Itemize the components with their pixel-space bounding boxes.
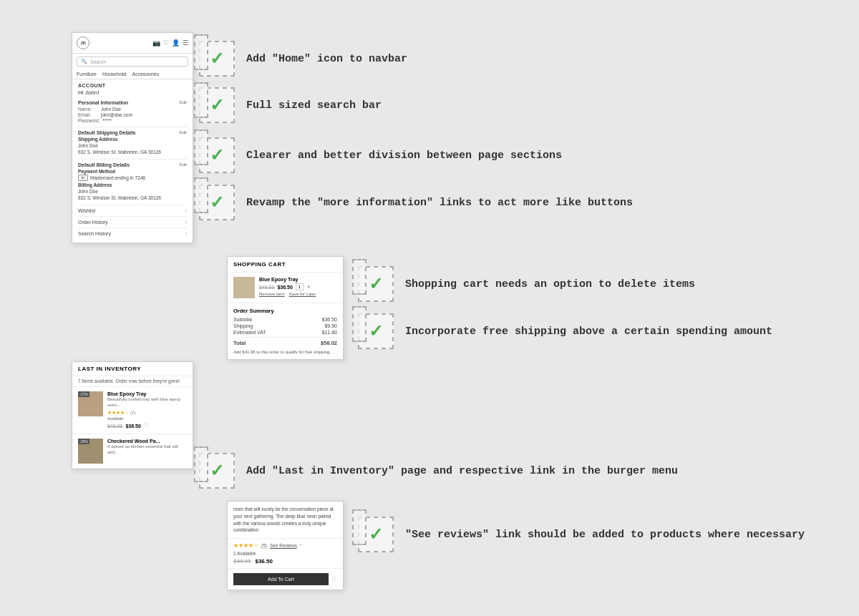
check-label-check7: Add "Last in Inventory" page and respect… (246, 465, 678, 477)
cart-item-prices: $49.99 $36.50 1 ▼ (259, 283, 337, 290)
nav-furniture: Furniture (77, 72, 97, 77)
checkmark-check6: ✓ (369, 321, 383, 341)
nav-household: Household (102, 72, 126, 77)
cart-summary: Order Summary Subtotal $36.50 Shipping $… (228, 303, 343, 359)
discount-badge-1: -27% (78, 391, 89, 397)
cart-item-image (233, 277, 255, 298)
cart-subtotal-value: $36.50 (322, 317, 337, 322)
checkmark-check1: ✓ (210, 49, 224, 69)
checkmark-check2: ✓ (210, 95, 224, 115)
billing-address: John Doe 632 S. Windsor St. Mabreton, GA… (78, 188, 187, 201)
billing-edit: Edit (180, 162, 187, 167)
check-label-check4: Revamp the "more information" links to a… (246, 197, 633, 209)
annotation-box-2 (194, 82, 208, 118)
personal-info-section: Personal Information Edit Name: John Doe… (78, 100, 187, 123)
personal-info-title: Personal Information (78, 100, 128, 105)
inventory-item-1: -27% Blue Epoxy Tray Beautifully crafted… (72, 387, 193, 434)
account-nav-icons: 📷 ♡ 👤 ☰ (152, 39, 188, 47)
save-for-later-link[interactable]: Save for Later (289, 292, 316, 296)
product-heart-icon[interactable]: ♡ (331, 576, 337, 583)
chevron-wishlist: › (185, 208, 187, 213)
product-old-price: $49.99 (233, 558, 251, 564)
account-body: ACCOUNT Hi John! Personal Information Ed… (72, 79, 193, 243)
billing-header: Default Billing Details Edit (78, 162, 187, 167)
inventory-item-2-name: Checkered Wood Pa... (107, 439, 187, 444)
product-meta: ★★★★☆ (5) See Reviews * 1 Available $49.… (228, 539, 343, 569)
check-item-check4: ✓Revamp the "more information" links to … (199, 185, 633, 220)
search-icon: 🔍 (81, 59, 87, 64)
annotation-box-6 (352, 306, 367, 342)
cart-new-price: $36.50 (277, 285, 292, 290)
inventory-item-2-desc: A spiced up kitchen essential that will … (107, 444, 187, 456)
personal-info-header: Personal Information Edit (78, 100, 187, 105)
inv-new-price-1: $36.50 (125, 424, 140, 429)
field-email: Email: john@doe.com (78, 112, 187, 117)
heart-icon-1[interactable]: ♡ (144, 422, 150, 429)
check-label-check2: Full sized search bar (246, 99, 382, 112)
inventory-item-2-image: -25% (78, 439, 103, 464)
cart-item-row: Blue Epoxy Tray $49.99 $36.50 1 ▼ Remove… (228, 273, 343, 303)
cart-total-label: Total (233, 340, 246, 346)
personal-info-edit: Edit (180, 100, 187, 105)
shipping-address-title: Shipping Address (78, 137, 187, 142)
check-item-check6: ✓Incorporate free shipping above a certa… (358, 313, 772, 349)
cart-qty: 1 (296, 283, 304, 290)
cart-total-value: $58.02 (321, 340, 337, 346)
product-stars: ★★★★☆ (233, 542, 258, 549)
cart-vat-label: Estimated VAT (233, 330, 266, 335)
check-item-check2: ✓Full sized search bar (199, 87, 382, 123)
wishlist-icon: ♡ (163, 39, 169, 47)
inventory-item-2: -25% Checkered Wood Pa... A spiced up ki… (72, 434, 193, 469)
see-reviews-link[interactable]: See Reviews (270, 543, 297, 548)
billing-section: Default Billing Details Edit Payment Met… (78, 162, 187, 201)
menu-item-order-history: Order History › (78, 216, 187, 228)
annotation-box-5 (352, 259, 367, 295)
shipping-address: John Doe 632 S. Windsor St. Mabreton, GA… (78, 142, 187, 155)
product-rating-count: (5) (261, 543, 267, 548)
phone-icon: 📷 (152, 39, 160, 47)
billing-title: Default Billing Details (78, 162, 130, 167)
cart-subtotal-label: Subtotal (233, 317, 252, 322)
product-description: resin that will surely be the conversati… (228, 502, 343, 539)
inventory-item-1-prices: $49.99 $36.50 ♡ (107, 422, 187, 429)
menu-icon: ☰ (183, 39, 188, 47)
checkmark-check3: ✓ (210, 145, 224, 165)
check-label-check6: Incorporate free shipping above a certai… (405, 326, 772, 338)
checkmark-check8: ✓ (369, 524, 383, 544)
nav-accessories: Accessories (132, 72, 159, 77)
inventory-item-1-image: -27% (78, 391, 103, 416)
chevron-search-history: › (185, 231, 187, 236)
inventory-item-2-info: Checkered Wood Pa... A spiced up kitchen… (107, 439, 187, 464)
inventory-mockup: LAST IN INVENTORY 7 Items available. Ord… (72, 361, 193, 469)
product-stars-row: ★★★★☆ (5) See Reviews * (233, 542, 337, 549)
account-mockup: JD 📷 ♡ 👤 ☰ 🔍 Search Furniture Household … (72, 32, 193, 243)
cart-free-shipping-note: Add $41.98 to this order to qualify for … (233, 349, 337, 355)
cart-mockup: SHOPPING CART Blue Epoxy Tray $49.99 $36… (227, 256, 344, 360)
shipping-edit: Edit (180, 130, 187, 135)
annotation-box-7 (194, 446, 208, 482)
check-item-check5: ✓Shopping cart needs an option to delete… (358, 266, 695, 302)
cart-shipping-row: Shipping $9.90 (233, 323, 337, 328)
shipping-title: Default Shipping Details (78, 130, 136, 135)
field-password: Password: ***** (78, 118, 187, 123)
discount-badge-2: -25% (78, 439, 89, 444)
cart-subtotal-row: Subtotal $36.50 (233, 317, 337, 322)
account-logo: JD (77, 36, 89, 49)
inventory-subtitle: 7 Items available. Order now before they… (72, 376, 193, 387)
search-placeholder: Search (90, 59, 106, 64)
remove-item-link[interactable]: Remove Item (259, 292, 285, 296)
cart-summary-title: Order Summary (233, 308, 337, 314)
cart-vat-value: $11.80 (322, 330, 337, 335)
account-greeting: Hi John! (78, 89, 187, 96)
payment-title: Payment Method (78, 169, 187, 174)
product-new-price: $36.50 (255, 558, 272, 564)
cart-header: SHOPPING CART (228, 257, 343, 273)
annotation-box-4 (194, 177, 208, 213)
annotation-box-8 (352, 509, 367, 545)
inventory-header: LAST IN INVENTORY (72, 362, 193, 376)
inventory-item-1-name: Blue Epoxy Tray (107, 391, 187, 396)
payment-method: MC Mastercard ending in 7248 (78, 175, 187, 181)
product-price-row: $49.99 $36.50 (233, 558, 337, 564)
cart-item-actions: Remove Item Save for Later (259, 292, 337, 296)
add-to-cart-button[interactable]: Add To Cart (233, 573, 329, 585)
